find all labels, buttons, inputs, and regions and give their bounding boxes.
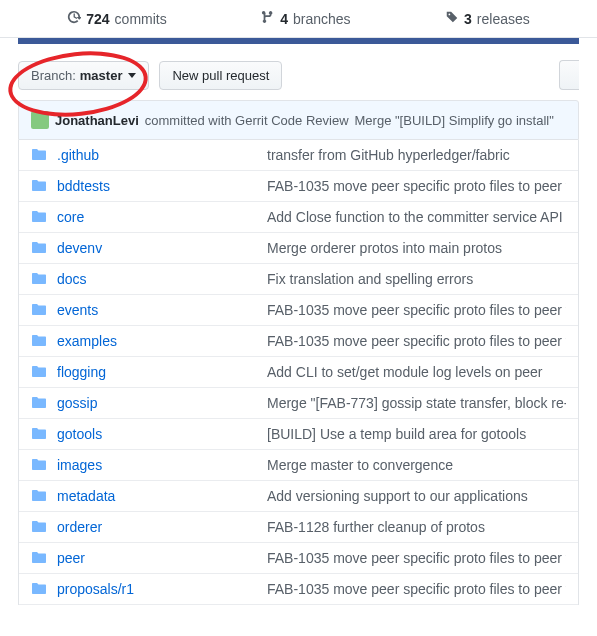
table-row: gossipMerge "[FAB-773] gossip state tran…	[19, 388, 578, 419]
table-row: peerFAB-1035 move peer specific proto fi…	[19, 543, 578, 574]
commits-count: 724	[86, 11, 109, 27]
branches-stat[interactable]: 4 branches	[261, 10, 350, 27]
file-commit-message[interactable]: FAB-1035 move peer specific proto files …	[267, 333, 566, 349]
file-name-link[interactable]: orderer	[57, 519, 267, 535]
repo-stats-bar: 724 commits 4 branches 3 releases	[0, 0, 597, 38]
table-row: examplesFAB-1035 move peer specific prot…	[19, 326, 578, 357]
file-commit-message[interactable]: Add versioning support to our applicatio…	[267, 488, 528, 504]
releases-label: releases	[477, 11, 530, 27]
folder-icon	[31, 426, 47, 442]
branch-select-name: master	[80, 68, 123, 83]
file-name-link[interactable]: gossip	[57, 395, 267, 411]
history-icon	[67, 10, 81, 27]
file-list: .githubtransfer from GitHub hyperledger/…	[18, 140, 579, 605]
table-row: floggingAdd CLI to set/get module log le…	[19, 357, 578, 388]
folder-icon	[31, 271, 47, 287]
folder-icon	[31, 550, 47, 566]
folder-icon	[31, 519, 47, 535]
table-row: metadataAdd versioning support to our ap…	[19, 481, 578, 512]
file-commit-message[interactable]: FAB-1035 move peer specific proto files …	[267, 581, 566, 597]
avatar	[31, 111, 49, 129]
branches-label: branches	[293, 11, 351, 27]
folder-icon	[31, 147, 47, 163]
file-commit-message[interactable]: Add Close function to the committer serv…	[267, 209, 563, 225]
file-name-link[interactable]: .github	[57, 147, 267, 163]
file-name-link[interactable]: flogging	[57, 364, 267, 380]
file-name-link[interactable]: examples	[57, 333, 267, 349]
table-row: .githubtransfer from GitHub hyperledger/…	[19, 140, 578, 171]
file-name-link[interactable]: images	[57, 457, 267, 473]
branch-icon	[261, 10, 275, 27]
file-name-link[interactable]: proposals/r1	[57, 581, 267, 597]
file-commit-message[interactable]: Merge "[FAB-773] gossip state transfer, …	[267, 395, 566, 411]
table-row: coreAdd Close function to the committer …	[19, 202, 578, 233]
folder-icon	[31, 488, 47, 504]
file-commit-message[interactable]: [BUILD] Use a temp build area for gotool…	[267, 426, 526, 442]
file-name-link[interactable]: gotools	[57, 426, 267, 442]
latest-commit-bar[interactable]: JonathanLevi committed with Gerrit Code …	[18, 100, 579, 140]
commits-stat[interactable]: 724 commits	[67, 10, 166, 27]
tag-icon	[445, 10, 459, 27]
table-row: imagesMerge master to convergence	[19, 450, 578, 481]
branches-count: 4	[280, 11, 288, 27]
folder-icon	[31, 333, 47, 349]
file-commit-message[interactable]: Merge master to convergence	[267, 457, 453, 473]
table-row: gotools[BUILD] Use a temp build area for…	[19, 419, 578, 450]
file-name-link[interactable]: bddtests	[57, 178, 267, 194]
truncated-button[interactable]	[559, 60, 579, 90]
file-name-link[interactable]: core	[57, 209, 267, 225]
branch-select-label: Branch:	[31, 68, 76, 83]
repo-toolbar: Branch: master New pull request	[0, 44, 597, 100]
branch-select-button[interactable]: Branch: master	[18, 61, 149, 90]
table-row: bddtestsFAB-1035 move peer specific prot…	[19, 171, 578, 202]
folder-icon	[31, 240, 47, 256]
folder-icon	[31, 209, 47, 225]
new-pull-request-button[interactable]: New pull request	[159, 61, 282, 90]
file-commit-message[interactable]: Merge orderer protos into main protos	[267, 240, 502, 256]
file-commit-message[interactable]: FAB-1128 further cleanup of protos	[267, 519, 485, 535]
releases-count: 3	[464, 11, 472, 27]
file-commit-message[interactable]: FAB-1035 move peer specific proto files …	[267, 550, 566, 566]
file-name-link[interactable]: devenv	[57, 240, 267, 256]
table-row: devenvMerge orderer protos into main pro…	[19, 233, 578, 264]
commit-with-label: committed with Gerrit Code Review	[145, 113, 349, 128]
folder-icon	[31, 178, 47, 194]
file-name-link[interactable]: events	[57, 302, 267, 318]
commit-message[interactable]: Merge "[BUILD] Simplify go install"	[355, 113, 554, 128]
folder-icon	[31, 457, 47, 473]
releases-stat[interactable]: 3 releases	[445, 10, 530, 27]
file-name-link[interactable]: metadata	[57, 488, 267, 504]
file-commit-message[interactable]: transfer from GitHub hyperledger/fabric	[267, 147, 510, 163]
table-row: ordererFAB-1128 further cleanup of proto…	[19, 512, 578, 543]
table-row: docsFix translation and spelling errors	[19, 264, 578, 295]
commit-author[interactable]: JonathanLevi	[55, 113, 139, 128]
folder-icon	[31, 364, 47, 380]
folder-icon	[31, 302, 47, 318]
file-name-link[interactable]: peer	[57, 550, 267, 566]
file-commit-message[interactable]: FAB-1035 move peer specific proto files …	[267, 178, 566, 194]
folder-icon	[31, 581, 47, 597]
folder-icon	[31, 395, 47, 411]
file-name-link[interactable]: docs	[57, 271, 267, 287]
commits-label: commits	[115, 11, 167, 27]
file-commit-message[interactable]: FAB-1035 move peer specific proto files …	[267, 302, 566, 318]
table-row: proposals/r1FAB-1035 move peer specific …	[19, 574, 578, 605]
table-row: eventsFAB-1035 move peer specific proto …	[19, 295, 578, 326]
file-commit-message[interactable]: Add CLI to set/get module log levels on …	[267, 364, 543, 380]
chevron-down-icon	[128, 73, 136, 78]
svg-rect-0	[31, 111, 49, 129]
file-commit-message[interactable]: Fix translation and spelling errors	[267, 271, 473, 287]
